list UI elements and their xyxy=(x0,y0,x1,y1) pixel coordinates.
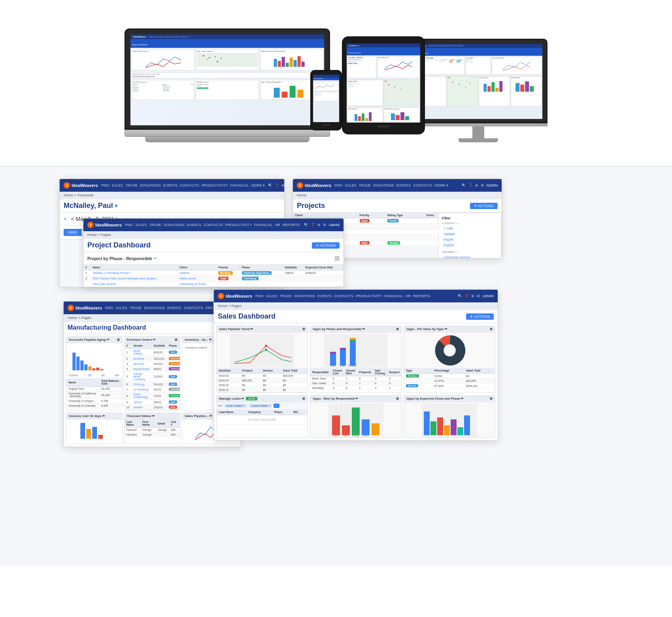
table-row: 2018-02 $0 $0 $25,000 xyxy=(217,374,308,378)
filter-title: Filter xyxy=(442,216,498,220)
pd-help-icon[interactable]: ❓ xyxy=(311,223,315,227)
pd-edit-icon[interactable]: ✏ xyxy=(154,256,157,260)
inv-title-text: Inventory - Va... ✏ xyxy=(185,338,211,342)
sd-add-icon[interactable]: ⊕ xyxy=(471,294,474,298)
grid-tab[interactable]: GRID xyxy=(64,229,81,236)
ml-filter-chip-2[interactable]: Contact Made × xyxy=(249,404,272,408)
pd-nav-hr[interactable]: HR xyxy=(275,223,280,227)
pd-nav-productivity[interactable]: PRODUCTIVITY xyxy=(225,223,252,227)
sd-nav-financial[interactable]: FINANCIAL xyxy=(385,294,403,298)
sd-search-icon[interactable]: 🔍 xyxy=(458,294,462,298)
sd-nav-pmo[interactable]: PMO xyxy=(255,294,264,298)
billing-2 xyxy=(385,224,424,229)
sd-nav-contacts[interactable]: CONTACTS xyxy=(334,294,353,298)
proj-nav-more[interactable]: MORE ▾ xyxy=(435,183,449,187)
sd-nav-trade[interactable]: TRADE xyxy=(280,294,292,298)
proj-nav-pmo[interactable]: PMO xyxy=(334,183,343,187)
filter-import[interactable]: Import xyxy=(442,237,498,242)
proj-nav-contacts[interactable]: CONTACTS xyxy=(413,183,432,187)
proj-nav-events[interactable]: EVENTS xyxy=(396,183,411,187)
table-row: 9 Tyrons 5/9/21 Edit $43,345.00 xyxy=(125,400,181,405)
nav-sales[interactable]: SALES xyxy=(112,183,123,187)
col-client: Client xyxy=(293,213,358,218)
sd-settings-icon[interactable]: ⚙ xyxy=(477,294,480,298)
pd-grid-icon[interactable]: ⊞ xyxy=(334,255,340,262)
pd-actions-btn[interactable]: ✦ ACTIONS xyxy=(312,242,340,249)
nav-items[interactable]: PMO SALES TRADE DONATIONS EVENTS CONTACT… xyxy=(101,183,265,187)
nav-events[interactable]: EVENTS xyxy=(163,183,177,187)
add-icon[interactable]: ⊕ xyxy=(281,183,285,187)
sd-help-icon[interactable]: ❓ xyxy=(464,294,469,298)
mfg-nav-trade[interactable]: TRADE xyxy=(130,306,142,310)
sd-nav-hr[interactable]: HR xyxy=(406,294,411,298)
proj-search-icon[interactable]: 🔍 xyxy=(462,183,466,187)
mfg-nav-events[interactable]: EVENTS xyxy=(167,306,181,310)
pd-settings-icon[interactable]: ⚙ xyxy=(323,223,326,227)
sd-actions-btn[interactable]: ✦ ACTIONS xyxy=(466,313,494,320)
projects-actions-btn[interactable]: ✦ ACTIONS xyxy=(470,203,498,209)
proj-help-icon[interactable]: ❓ xyxy=(468,183,473,187)
svg-rect-28 xyxy=(525,81,529,92)
ml-chip2-remove[interactable]: × xyxy=(268,404,270,408)
ow-title-text: Opps - Won by Responsible ✏ xyxy=(313,397,358,400)
pd-nav-donations[interactable]: DONATIONS xyxy=(164,223,185,227)
nav-pmo[interactable]: PMO xyxy=(101,183,109,187)
mfg-nav-pmo[interactable]: PMO xyxy=(105,306,113,310)
prev-week-btn[interactable]: < xyxy=(64,216,67,222)
pie-title-text: Opps - Pie Value by Type ✏ xyxy=(406,327,447,331)
pd-search-icon[interactable]: 🔍 xyxy=(304,223,308,227)
app-logo: ✦ IdeaWeavers xyxy=(64,182,98,189)
mfg-nav-contacts[interactable]: CONTACTS xyxy=(184,306,203,310)
nav-financial[interactable]: FINANCIAL xyxy=(230,183,249,187)
proj-nav-donations[interactable]: DONATIONS xyxy=(373,183,394,187)
mfg-nav-donations[interactable]: DONATIONS xyxy=(144,306,165,310)
table-row: No leads matching filter xyxy=(217,415,308,425)
mfg-logo-text: IdeaWeavers xyxy=(76,306,102,310)
pd-row1-start: 2/8/22 xyxy=(283,270,303,276)
ap-name-1: Virginia Tech xyxy=(66,387,99,391)
sd-nav-reports[interactable]: REPORTS xyxy=(413,294,430,298)
pd-nav-contacts[interactable]: CONTACTS xyxy=(204,223,223,227)
mfg-nav-sales[interactable]: SALES xyxy=(116,306,127,310)
pd-nav-trade[interactable]: TRADE xyxy=(149,223,162,227)
proj-nav-sales[interactable]: SALES xyxy=(345,183,357,187)
nav-contacts[interactable]: CONTACTS xyxy=(180,183,199,187)
proj-add-icon[interactable]: ⊕ xyxy=(475,183,478,187)
proj-settings-icon[interactable]: ⚙ xyxy=(481,183,484,187)
filter-generate-invoice[interactable]: Generate Invoice xyxy=(442,255,498,258)
timecards-title-dropdown[interactable]: ▾ xyxy=(115,202,118,209)
nav-productivity[interactable]: PRODUCTIVITY xyxy=(202,183,228,187)
sd-nav-donations[interactable]: DONATIONS xyxy=(294,294,315,298)
pd-nav-events[interactable]: EVENTS xyxy=(187,223,201,227)
pd-col-close: Expected Close Date xyxy=(304,265,344,270)
nav-donations[interactable]: DONATIONS xyxy=(140,183,161,187)
nav-more[interactable]: MORE ▾ xyxy=(251,183,265,187)
svg-rect-17 xyxy=(391,113,395,120)
ap-col-balance: Total Balance Total xyxy=(99,378,122,387)
projects-nav: ✦ IdeaWeavers PMO SALES TRADE DONATIONS … xyxy=(293,179,502,192)
filter-add[interactable]: + Add xyxy=(442,226,498,231)
sd-nav-productivity[interactable]: PRODUCTIVITY xyxy=(356,294,382,298)
pd-nav-financial[interactable]: FINANCIAL xyxy=(254,223,273,227)
ml-add-filter-btn[interactable]: + xyxy=(274,404,279,408)
ml-save-btn[interactable]: SAVE xyxy=(246,397,257,400)
filter-common-label: Common — xyxy=(442,221,498,225)
pd-nav-pmo[interactable]: PMO xyxy=(125,223,133,227)
ml-chip1-remove[interactable]: × xyxy=(244,404,245,408)
proj-nav-trade[interactable]: TRADE xyxy=(359,183,371,187)
search-icon[interactable]: 🔍 xyxy=(268,183,272,187)
help-icon[interactable]: ❓ xyxy=(275,183,279,187)
pd-nav-reports[interactable]: REPORTS xyxy=(283,223,300,227)
filter-export[interactable]: Export xyxy=(442,242,498,248)
sd-nav-events[interactable]: EVENTS xyxy=(317,294,332,298)
sd-nav-sales[interactable]: SALES xyxy=(266,294,277,298)
filter-update[interactable]: Update xyxy=(442,231,498,237)
nav-trade[interactable]: TRADE xyxy=(126,183,138,187)
pd-nav-sales[interactable]: SALES xyxy=(136,223,147,227)
ml-filter-chip-1[interactable]: Acute Gallery × xyxy=(224,404,247,408)
op-chart-area: Bush Gao McNalley xyxy=(310,332,401,368)
pd-add-icon[interactable]: ⊕ xyxy=(317,223,321,227)
svg-rect-31 xyxy=(76,357,79,370)
svg-rect-10 xyxy=(289,86,295,98)
table-row: 4 AquanDream 4/5/21 Ordered $234.00 xyxy=(125,366,181,372)
